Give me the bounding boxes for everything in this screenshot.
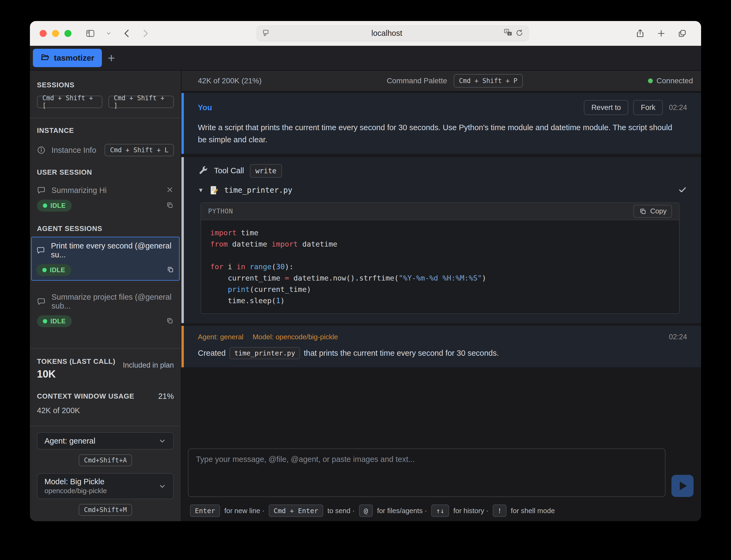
copy-icon — [639, 207, 647, 215]
folder-icon — [40, 53, 50, 63]
file-name: time_printer.py — [224, 186, 292, 195]
code-language-label: PYTHON — [208, 208, 233, 215]
agent-model: Model: opencode/big-pickle — [253, 333, 338, 341]
hint-kbd: @ — [359, 504, 373, 517]
main-panel: 42K of 200K (21%) Command Palette Cmd + … — [181, 71, 701, 521]
revert-to-button[interactable]: Revert to — [584, 100, 629, 115]
session-item-agent-2[interactable]: Summarize project files (@general sub...… — [37, 288, 174, 332]
file-expander-row[interactable]: ▼ time_printer.py — [198, 185, 687, 195]
agent-message: Agent: general Model: opencode/big-pickl… — [181, 326, 701, 367]
app-tabstrip: tasmotizer + — [30, 46, 701, 71]
sessions-section-label: SESSIONS — [37, 81, 174, 89]
copy-session-icon[interactable] — [166, 317, 174, 326]
instance-info-kbd: Cmd + Shift + L — [105, 144, 174, 156]
send-button[interactable] — [671, 475, 694, 497]
code-block: PYTHON Copy import timefrom datetime imp… — [201, 202, 680, 314]
agent-select[interactable]: Agent: general — [37, 432, 174, 450]
new-tab-icon[interactable] — [656, 28, 667, 39]
chevron-down-icon — [158, 482, 166, 490]
hint-kbd: ! — [493, 504, 506, 517]
forward-button[interactable] — [140, 28, 151, 39]
fork-button[interactable]: Fork — [633, 100, 663, 115]
model-select-sub: opencode/big-pickle — [44, 487, 107, 495]
share-icon[interactable] — [635, 28, 646, 39]
chrome-right-icons — [631, 28, 691, 39]
command-palette-kbd: Cmd + Shift + P — [454, 74, 523, 88]
url-bar[interactable]: localhost A x — [257, 26, 529, 41]
hint-kbd: Enter — [190, 504, 220, 517]
hint-kbd: Cmd + Enter — [269, 504, 323, 517]
tab-overview-icon[interactable] — [677, 28, 688, 39]
copy-session-icon[interactable] — [166, 265, 174, 275]
context-detail: 42K of 200K — [37, 406, 174, 415]
svg-text:x: x — [509, 32, 511, 35]
send-icon — [680, 482, 687, 490]
model-select[interactable]: Model: Big Pickle opencode/big-pickle — [37, 473, 174, 499]
message-input[interactable] — [188, 448, 666, 497]
user-session-section-label: USER SESSION — [37, 168, 174, 177]
hint-text: for shell mode — [511, 507, 555, 515]
connection-status: Connected — [648, 77, 693, 85]
inline-code-chip: time_printer.py — [229, 347, 300, 359]
model-select-label: Model: Big Pickle — [44, 477, 107, 486]
screen: localhost A x — [0, 0, 731, 560]
session-title: Summarizing Hi — [51, 186, 107, 195]
session-item-user[interactable]: Summarizing Hi IDLE — [37, 181, 174, 216]
hint-text: for files/agents · — [377, 507, 427, 515]
wrench-icon — [198, 166, 208, 176]
message-author: You — [198, 103, 212, 112]
memo-icon — [209, 185, 219, 195]
agent-text-after: that prints the current time every secon… — [304, 349, 499, 358]
hint-kbd: ↑↓ — [431, 504, 449, 517]
back-button[interactable] — [122, 28, 132, 39]
url-text: localhost — [270, 29, 504, 38]
prev-session-kbd: Cmd + Shift + [ — [37, 96, 102, 108]
command-palette-label: Command Palette — [387, 77, 447, 85]
close-session-icon[interactable] — [166, 186, 174, 195]
code-content[interactable]: import timefrom datetime import datetime… — [201, 220, 679, 313]
reload-icon[interactable] — [515, 29, 524, 38]
agent-select-label: Agent: general — [44, 437, 95, 445]
message-time: 02:24 — [669, 103, 687, 112]
browser-chrome: localhost A x — [30, 21, 701, 46]
hint-text: for new line · — [224, 507, 264, 515]
zoom-window-button[interactable] — [64, 30, 71, 37]
close-window-button[interactable] — [40, 30, 47, 37]
chat-bubble-icon — [37, 297, 46, 306]
chevron-down-icon[interactable] — [103, 28, 114, 39]
message-text: Write a script that prints the current t… — [198, 122, 683, 146]
session-item-agent-selected[interactable]: Print time every second (@general su... … — [31, 237, 180, 281]
collapse-triangle-icon[interactable]: ▼ — [198, 187, 204, 194]
chat-bubble-icon — [37, 186, 46, 195]
tab-label: tasmotizer — [54, 53, 94, 63]
translate-icon[interactable]: A x — [504, 29, 512, 38]
reader-icon[interactable] — [262, 29, 270, 38]
session-title: Print time every second (@general su... — [51, 241, 174, 259]
status-badge: IDLE — [37, 315, 72, 327]
agent-select-kbd: Cmd+Shift+A — [79, 454, 132, 466]
status-badge: IDLE — [36, 264, 71, 276]
chat-bubble-icon — [36, 246, 45, 255]
message-time: 02:24 — [669, 333, 687, 341]
status-dot — [43, 203, 47, 208]
minimize-window-button[interactable] — [52, 30, 59, 37]
copy-session-icon[interactable] — [166, 201, 174, 210]
session-title: Summarize project files (@general sub... — [51, 293, 174, 310]
hint-text: to send · — [327, 507, 355, 515]
composer-hints: Enterfor new line ·Cmd + Enterto send ·@… — [190, 504, 694, 517]
tool-call-block: Tool Call write ▼ — [181, 157, 701, 323]
instance-info-label[interactable]: Instance Info — [51, 146, 96, 155]
add-tab-button[interactable]: + — [102, 49, 121, 67]
chat-scroll-area[interactable]: You Revert to Fork 02:24 Write a script … — [181, 92, 701, 444]
traffic-lights — [40, 30, 71, 37]
instance-section-label: INSTANCE — [37, 126, 174, 135]
context-usage-label: CONTEXT WINDOW USAGE — [37, 392, 134, 400]
browser-window: localhost A x — [30, 21, 701, 521]
tool-name-chip: write — [250, 164, 282, 178]
sidebar-toggle-icon[interactable] — [85, 28, 96, 39]
tokens-label: TOKENS (LAST CALL) — [37, 357, 115, 366]
next-session-kbd: Cmd + Shift + ] — [108, 96, 174, 108]
tab-tasmotizer[interactable]: tasmotizer — [33, 49, 102, 67]
connected-dot — [648, 78, 653, 83]
copy-code-button[interactable]: Copy — [633, 205, 672, 218]
